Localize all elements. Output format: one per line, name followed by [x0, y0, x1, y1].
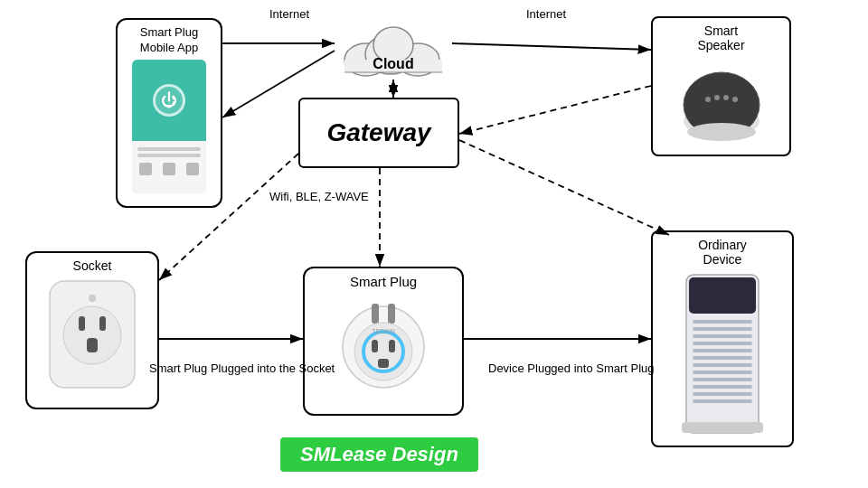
mobile-text-line	[137, 147, 201, 151]
svg-rect-36	[693, 349, 752, 352]
svg-text:Cloud: Cloud	[373, 56, 413, 71]
ordinary-device-label: OrdinaryDevice	[698, 238, 747, 267]
mobile-app-box: Smart PlugMobile App ⏻	[116, 18, 222, 208]
svg-rect-35	[693, 342, 752, 345]
svg-rect-40	[693, 378, 752, 381]
svg-rect-32	[693, 320, 752, 324]
power-button: ⏻	[153, 84, 185, 117]
socket-icon	[42, 277, 142, 394]
diagram: Cloud Gateway Smart PlugMobile App ⏻	[0, 0, 868, 488]
svg-rect-19	[87, 338, 98, 352]
mobile-text-line	[137, 154, 201, 157]
speaker-icon	[676, 58, 767, 148]
mobile-screen-bottom	[132, 141, 206, 193]
svg-rect-42	[693, 392, 752, 396]
svg-rect-28	[378, 359, 389, 368]
svg-line-51	[452, 43, 651, 50]
svg-point-11	[714, 95, 720, 100]
smart-speaker-label: SmartSpeaker	[697, 23, 744, 52]
svg-line-57	[459, 140, 669, 235]
mobile-app-label: Smart PlugMobile App	[140, 25, 198, 56]
svg-rect-17	[79, 316, 85, 331]
internet-right-label: Internet	[526, 7, 566, 23]
brand-label: SMLease Design	[280, 437, 478, 472]
mobile-screen: ⏻	[132, 60, 206, 193]
svg-rect-23	[388, 304, 395, 324]
svg-point-16	[63, 306, 121, 364]
wifi-ble-label: Wifi, BLE, Z-WAVE	[269, 190, 369, 205]
svg-rect-43	[693, 399, 752, 403]
ac-unit-icon	[673, 270, 772, 437]
smart-speaker-box: SmartSpeaker	[651, 16, 791, 156]
svg-rect-18	[99, 316, 106, 331]
svg-text:TECKIN: TECKIN	[372, 328, 395, 334]
gateway-box: Gateway	[298, 98, 459, 168]
socket-to-plug-label: Smart Plug Plugged into the Socket	[149, 361, 335, 377]
socket-box: Socket	[25, 251, 159, 409]
svg-rect-26	[372, 340, 378, 352]
svg-rect-33	[693, 327, 752, 331]
svg-point-12	[723, 95, 729, 100]
svg-rect-37	[693, 356, 752, 360]
svg-rect-27	[389, 340, 395, 352]
internet-left-label: Internet	[269, 7, 309, 23]
svg-line-52	[459, 86, 651, 134]
socket-label: Socket	[73, 258, 112, 273]
mobile-nav-icon	[139, 163, 152, 175]
svg-rect-39	[693, 371, 752, 374]
svg-rect-44	[682, 422, 763, 433]
smart-plug-center-icon: TECKIN	[334, 293, 433, 392]
ordinary-device-box: OrdinaryDevice	[651, 230, 794, 447]
mobile-screen-top: ⏻	[132, 60, 206, 141]
mobile-nav-icon	[186, 163, 199, 175]
svg-rect-41	[693, 385, 752, 389]
svg-rect-38	[693, 363, 752, 367]
mobile-nav-icon	[163, 163, 175, 175]
svg-point-10	[705, 97, 711, 102]
smart-plug-center-label: Smart Plug	[350, 274, 417, 289]
svg-point-20	[89, 295, 96, 302]
cloud-icon: Cloud	[335, 16, 452, 80]
svg-point-14	[687, 123, 756, 141]
svg-rect-31	[689, 277, 756, 314]
smart-plug-center-box: Smart Plug TECKIN	[303, 267, 464, 416]
svg-rect-22	[372, 304, 379, 324]
svg-point-13	[732, 97, 738, 102]
gateway-label: Gateway	[326, 118, 430, 147]
plug-to-device-label: Device Plugged into Smart Plug	[488, 361, 655, 377]
power-icon: ⏻	[161, 92, 177, 108]
svg-rect-34	[693, 334, 752, 338]
mobile-icons-row	[134, 163, 204, 175]
